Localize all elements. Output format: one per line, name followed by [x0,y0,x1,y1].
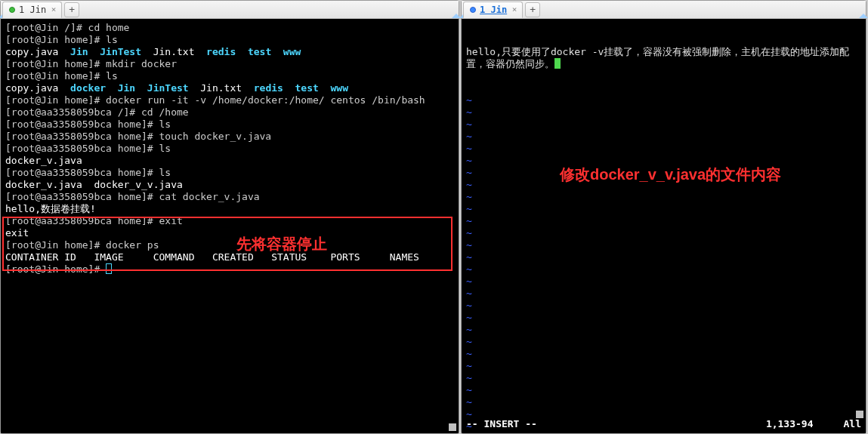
terminal-line: [root@aa3358059bca home]# cat docker_v.j… [5,191,454,203]
vim-text-content: hello,只要使用了docker -v挂载了，容器没有被强制删除，主机在挂载的… [466,46,861,70]
terminal-line: docker_v.java [5,155,454,167]
terminal-line: [root@aa3358059bca /]# cd /home [5,106,454,119]
terminal-line: docker_v.java docker_v_v.java [5,179,454,191]
tab-status-icon [9,7,15,13]
tab-right[interactable]: 1 Jin × [463,2,523,18]
terminal-line: [root@Jin home]# ls [5,34,454,46]
terminal-line: [root@aa3358059bca home]# ls [5,143,454,155]
terminal-line: [root@aa3358059bca home]# touch docker_v… [5,131,454,143]
tab-bar-right: 1 Jin × + [462,1,866,19]
vim-empty-lines: ~ ~ ~ ~ ~ ~ ~ ~ ~ ~ ~ ~ ~ ~ ~ ~ ~ ~ ~ ~ … [466,94,861,433]
terminal-left[interactable]: [root@Jin /]# cd home[root@Jin home]# ls… [1,19,459,433]
terminal-line: [root@aa3358059bca home]# exit [5,215,454,227]
terminal-line: [root@Jin home]# docker run -it -v /home… [5,94,454,106]
terminal-line: exit [5,227,454,239]
right-scroll-indicator [859,14,868,18]
tab-status-icon [470,7,476,13]
tab-left[interactable]: 1 Jin × [2,2,62,18]
resize-handle-icon [856,411,863,418]
vim-position: 1,133-94 [766,418,814,430]
terminal-line: [root@aa3358059bca home]# ls [5,167,454,179]
vim-scroll: All [844,418,861,430]
vim-status-bar: -- INSERT -- 1,133-94 All [466,418,861,430]
terminal-line: CONTAINER ID IMAGE COMMAND CREATED STATU… [5,251,454,263]
vim-mode: -- INSERT -- [466,418,537,430]
terminal-line: [root@Jin home]# mkdir docker [5,58,454,70]
left-terminal-pane: 1 Jin × + [root@Jin /]# cd home[root@Jin… [0,0,459,434]
terminal-line: hello,数据卷挂载! [5,203,454,215]
new-tab-button[interactable]: + [64,2,79,17]
right-terminal-pane: 1 Jin × + hello,只要使用了docker -v挂载了，容器没有被强… [461,0,866,434]
tab-close-icon[interactable]: × [49,5,58,14]
terminal-line: [root@Jin home]# ls [5,70,454,82]
terminal-right[interactable]: hello,只要使用了docker -v挂载了，容器没有被强制删除，主机在挂载的… [462,19,866,433]
terminal-line: copy.java Jin JinTest Jin.txt redis test… [5,46,454,58]
cursor-icon [554,58,561,69]
terminal-line: [root@Jin home]# [5,263,454,275]
cursor-icon [106,263,112,274]
terminal-line: [root@Jin home]# docker ps [5,239,454,251]
new-tab-button[interactable]: + [525,2,540,17]
terminal-line: [root@Jin /]# cd home [5,22,454,34]
resize-handle-icon [449,423,456,431]
tab-label: 1 Jin [480,5,507,15]
tab-close-icon[interactable]: × [510,5,519,14]
tab-label: 1 Jin [19,5,46,15]
terminal-line: [root@aa3358059bca home]# ls [5,119,454,131]
tab-bar-left: 1 Jin × + [1,1,459,19]
terminal-line: copy.java docker Jin JinTest Jin.txt red… [5,82,454,94]
